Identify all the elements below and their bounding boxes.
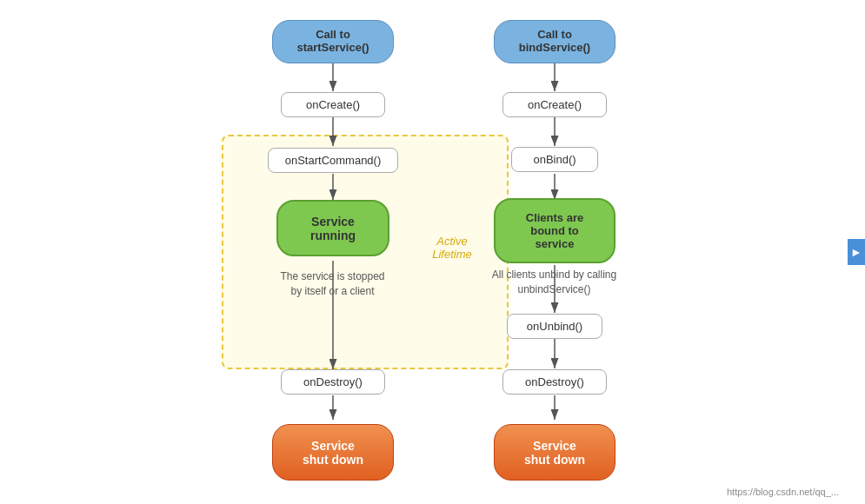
service-running-node: Service running	[276, 196, 389, 261]
right-oncreate-node: onCreate()	[502, 91, 607, 117]
active-lifetime-label: Active Lifetime	[426, 235, 478, 261]
left-oncreate-node: onCreate()	[281, 91, 385, 117]
right-ondestroy-node: onDestroy()	[502, 368, 607, 395]
bind-service-node: Call to bindService()	[494, 17, 615, 65]
left-description: The service is stopped by itself or a cl…	[256, 269, 409, 299]
left-shutdown-node: Service shut down	[272, 420, 394, 485]
onstartcommand-node: onStartCommand()	[268, 146, 398, 174]
watermark: https://blog.csdn.net/qq_...	[727, 487, 839, 497]
left-ondestroy-node: onDestroy()	[281, 368, 385, 395]
onunbind-node: onUnbind()	[507, 313, 602, 339]
right-description: All clients unbind by calling unbindServ…	[478, 268, 630, 297]
clients-bound-node: Clients are bound to service	[494, 196, 615, 265]
onbind-node: onBind()	[511, 146, 598, 172]
right-shutdown-node: Service shut down	[494, 420, 615, 485]
scroll-right-arrow[interactable]: ►	[848, 239, 865, 265]
start-service-node: Call to startService()	[272, 17, 394, 65]
diagram-container: Active Lifetime	[0, 0, 865, 504]
